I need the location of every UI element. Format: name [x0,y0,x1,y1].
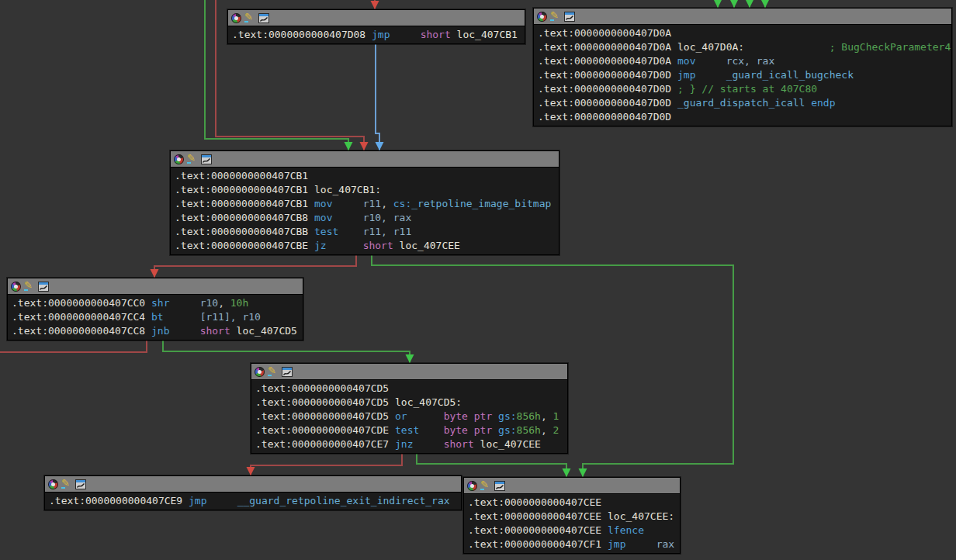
code-line[interactable]: .text:0000000000407CF1 jmp rax [468,538,680,551]
curve-arrow-glyph [76,482,85,489]
node-color-icon[interactable] [255,367,265,377]
curve-arrow-glyph [39,284,48,292]
code-line[interactable]: .text:0000000000407CC8 jnb short loc_407… [12,324,303,338]
basic-block-407CEE[interactable]: ✎.text:0000000000407CEE.text:00000000004… [463,477,681,554]
code-segment-r: r10 [200,297,218,309]
block-title-bar[interactable]: ✎ [45,476,461,493]
edge-into-407D0A-3-arrowhead [746,0,754,8]
code-line[interactable]: .text:0000000000407CBB test r11, r11 [175,225,559,239]
graph-node-icon[interactable] [38,282,49,292]
basic-block-407CE9[interactable]: ✎.text:0000000000407CE9 jmp __guard_retp… [44,475,462,510]
code-line[interactable]: .text:0000000000407D0D jmp _guard_icall_… [538,68,951,82]
code-line[interactable]: .text:0000000000407CEE lfence [468,524,680,538]
code-line[interactable]: .text:0000000000407CB1 loc_407CB1: [175,183,559,197]
code-line[interactable]: .text:0000000000407CEE [468,496,680,510]
code-line[interactable]: .text:0000000000407CE9 jmp __guard_retpo… [49,494,461,508]
code-line[interactable]: .text:0000000000407CE7 jnz short loc_407… [255,437,567,451]
code-line[interactable]: .text:0000000000407CDE test byte ptr gs:… [255,423,567,437]
code-segment-a: .text:0000000000407CD5 [255,396,395,408]
code-segment-d [170,325,200,337]
code-line[interactable]: .text:0000000000407D08 jmp short loc_407… [232,28,525,42]
basic-block-407D08[interactable]: ✎.text:0000000000407D08 jmp short loc_40… [227,9,525,44]
code-line[interactable]: .text:0000000000407CD5 or byte ptr gs:85… [255,410,567,423]
color-wheel-center [258,370,262,374]
edit-node-icon[interactable]: ✎ [24,281,35,292]
node-color-icon[interactable] [467,481,477,491]
code-segment-l: loc_407CD5 [237,325,297,337]
basic-block-407D0A[interactable]: ✎.text:0000000000407D0A.text:00000000004… [533,8,952,126]
code-segment-k: short [421,29,457,40]
code-segment-m: mov [314,212,332,223]
code-segment-m: jnz [395,438,413,450]
graph-node-icon[interactable] [258,13,269,23]
block-code: .text:0000000000407D08 jmp short loc_407… [228,26,525,43]
code-line[interactable]: .text:0000000000407CB1 mov r11, cs:_retp… [175,197,559,211]
edit-node-icon[interactable]: ✎ [244,12,255,23]
edit-node-icon[interactable]: ✎ [187,154,198,164]
code-line[interactable]: .text:0000000000407CBE jz short loc_407C… [175,239,559,253]
code-segment-a: .text:0000000000407CEE [468,524,608,536]
edit-node-icon[interactable]: ✎ [61,479,72,489]
code-line[interactable]: .text:0000000000407CD5 [255,382,567,396]
edge-CB1-to-CC0 [154,254,356,278]
block-title-bar[interactable]: ✎ [228,10,525,26]
code-line[interactable]: .text:0000000000407D0D [538,110,951,124]
node-color-icon[interactable] [11,282,21,292]
basic-block-407CB1[interactable]: ✎.text:0000000000407CB1.text:00000000004… [170,150,559,255]
pencil-cursor-mark [244,21,248,22]
code-segment-k: short [444,438,480,450]
node-color-icon[interactable] [537,12,547,22]
code-segment-d [333,212,363,223]
block-title-bar[interactable]: ✎ [534,9,951,25]
basic-block-407CC0[interactable]: ✎.text:0000000000407CC0 shr r10, 10h.tex… [7,278,303,340]
edge-CB1-to-CC0-arrowhead [151,269,159,278]
block-title-bar[interactable]: ✎ [251,364,567,380]
code-segment-b: gs: [498,410,516,422]
code-segment-l: loc_407CD5: [395,396,462,408]
block-title-bar[interactable]: ✎ [8,278,303,295]
code-line[interactable]: .text:0000000000407D0D _guard_dispatch_i… [538,96,951,110]
code-segment-a: .text:0000000000407D0D [538,83,677,95]
code-segment-d [696,55,726,67]
graph-node-icon[interactable] [201,154,212,164]
code-line[interactable]: .text:0000000000407D0A [538,26,951,40]
edge-into-407D08-arrowhead [371,1,379,9]
code-line[interactable]: .text:0000000000407CEE loc_407CEE: [468,510,680,524]
edit-node-icon[interactable]: ✎ [268,366,279,377]
node-color-icon[interactable] [231,13,241,23]
code-line[interactable]: .text:0000000000407CC0 shr r10, 10h [12,296,303,310]
code-segment-a: .text:0000000000407CB1 [175,184,314,195]
code-segment-r: r11, r11 [363,226,412,237]
graph-node-icon[interactable] [494,481,505,491]
color-wheel-center [470,484,474,488]
code-line[interactable]: .text:0000000000407CC4 bt [r11], r10 [12,310,303,324]
code-line[interactable]: .text:0000000000407CD5 loc_407CD5: [255,396,567,410]
node-color-icon[interactable] [48,479,58,489]
graph-canvas[interactable]: ✎.text:0000000000407D08 jmp short loc_40… [0,0,956,560]
basic-block-407CD5[interactable]: ✎.text:0000000000407CD5.text:00000000004… [251,363,568,454]
edge-top-green-to-CB1-arrowhead [345,142,353,150]
code-segment-d [626,538,656,550]
code-line[interactable]: .text:0000000000407CB1 [175,169,559,183]
edge-into-407D0A-2-arrowhead [730,0,739,8]
edge-CD5-to-CEE [417,453,566,477]
graph-node-icon[interactable] [282,367,293,377]
code-segment-m: bt [151,311,164,323]
edit-node-icon[interactable]: ✎ [550,11,561,22]
code-segment-a: .text:0000000000407D0A [538,41,677,53]
block-title-bar[interactable]: ✎ [464,478,680,494]
edit-node-icon[interactable]: ✎ [480,480,491,491]
code-segment-m: test [395,424,419,436]
code-line[interactable]: .text:0000000000407D0A mov rcx, rax [538,54,951,68]
code-line[interactable]: .text:0000000000407CB8 mov r10, rax [175,211,559,225]
node-color-icon[interactable] [174,154,184,164]
block-title-bar[interactable]: ✎ [171,151,559,168]
code-segment-a: .text:0000000000407CC4 [12,311,151,323]
code-line[interactable]: .text:0000000000407D0A loc_407D0A: ; Bug… [538,40,951,54]
code-line[interactable]: .text:0000000000407D0D ; } // starts at … [538,82,951,96]
code-segment-m: lfence [608,524,644,536]
code-segment-r: r11 [363,198,381,209]
code-segment-m: jnb [151,325,169,337]
graph-node-icon[interactable] [75,479,86,489]
graph-node-icon[interactable] [564,12,575,22]
